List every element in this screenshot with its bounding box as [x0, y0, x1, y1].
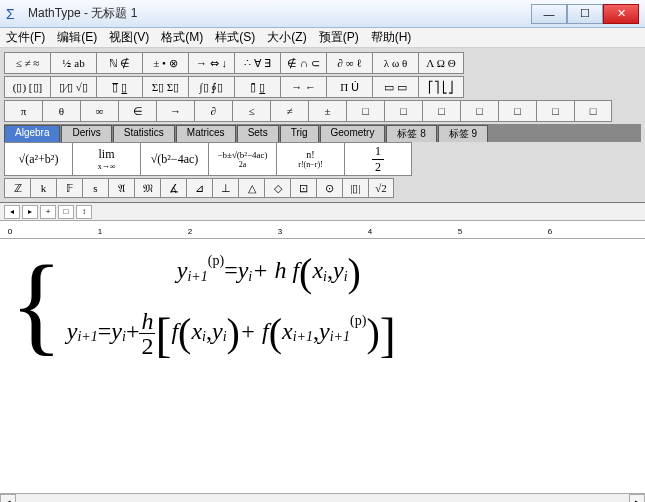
pal-settheory[interactable]: ∉ ∩ ⊂ — [280, 52, 326, 74]
sym-theta[interactable]: θ — [42, 100, 80, 122]
sm-diamond[interactable]: ◇ — [264, 178, 290, 198]
sm-perp[interactable]: ⊥ — [212, 178, 238, 198]
size-updown[interactable]: ↕ — [76, 205, 92, 219]
tab-8[interactable]: 标签 8 — [386, 125, 436, 142]
ruler[interactable]: 0 1 2 3 4 5 6 — [0, 221, 645, 239]
tpl-discriminant[interactable]: √(b²−4ac) — [140, 142, 208, 176]
tab-bar: Algebra Derivs Statistics Matrices Sets … — [4, 124, 641, 142]
minimize-button[interactable]: — — [531, 4, 567, 24]
equation-line-2: yi+1 = yi + h2 [ f ( xi , yi ) + f ( xi+… — [67, 307, 396, 356]
sym-slot-2[interactable]: □ — [384, 100, 422, 122]
close-button[interactable]: ✕ — [603, 4, 639, 24]
pal-operators[interactable]: ± • ⊗ — [142, 52, 188, 74]
sym-infty[interactable]: ∞ — [80, 100, 118, 122]
pal-logical[interactable]: ∴ ∀ ∃ — [234, 52, 280, 74]
tab-matrices[interactable]: Matrices — [176, 125, 236, 142]
tpl-combination[interactable]: n!r!(n−r)! — [276, 142, 344, 176]
sm-rtri[interactable]: ⊿ — [186, 178, 212, 198]
tab-sets[interactable]: Sets — [237, 125, 279, 142]
tpl-quadratic[interactable]: −b±√(b²−4ac)2a — [208, 142, 276, 176]
pal-boxes[interactable]: ⎡⎤ ⎣⎦ — [418, 76, 464, 98]
menu-style[interactable]: 样式(S) — [215, 29, 255, 46]
sym-in[interactable]: ∈ — [118, 100, 156, 122]
tab-statistics[interactable]: Statistics — [113, 125, 175, 142]
pal-fractions[interactable]: ▯⁄▯ √▯ — [50, 76, 96, 98]
maximize-button[interactable]: ☐ — [567, 4, 603, 24]
sym-slot-3[interactable]: □ — [422, 100, 460, 122]
tab-algebra[interactable]: Algebra — [4, 125, 60, 142]
pal-arrows[interactable]: → ⇔ ↓ — [188, 52, 234, 74]
tpl-sqrt-sum[interactable]: √(a²+b²) — [4, 142, 72, 176]
pal-greek-upper[interactable]: Λ Ω Θ — [418, 52, 464, 74]
tpl-limit[interactable]: limx→∞ — [72, 142, 140, 176]
pal-spaces[interactable]: ¹⁄₂ ab — [50, 52, 96, 74]
pal-labeled-arrows[interactable]: → ← — [280, 76, 326, 98]
sym-slot-5[interactable]: □ — [498, 100, 536, 122]
sym-neq[interactable]: ≠ — [270, 100, 308, 122]
sm-tri[interactable]: △ — [238, 178, 264, 198]
menu-preferences[interactable]: 预置(P) — [319, 29, 359, 46]
sym-leq[interactable]: ≤ — [232, 100, 270, 122]
menu-format[interactable]: 格式(M) — [161, 29, 203, 46]
sm-k[interactable]: k — [30, 178, 56, 198]
size-plus[interactable]: + — [40, 205, 56, 219]
size-prev[interactable]: ◂ — [4, 205, 20, 219]
menu-edit[interactable]: 编辑(E) — [57, 29, 97, 46]
size-next[interactable]: ▸ — [22, 205, 38, 219]
tpl-half[interactable]: 12 — [344, 142, 412, 176]
sym-slot-6[interactable]: □ — [536, 100, 574, 122]
pal-matrices[interactable]: ▭ ▭ — [372, 76, 418, 98]
sm-z[interactable]: ℤ — [4, 178, 30, 198]
window-title: MathType - 无标题 1 — [28, 5, 531, 22]
sm-abs[interactable]: |▯| — [342, 178, 368, 198]
scroll-left-icon[interactable]: ◂ — [0, 494, 16, 502]
sm-a[interactable]: 𝔄 — [108, 178, 134, 198]
pal-scripts[interactable]: ▯̅ ▯̲ — [96, 76, 142, 98]
size-box[interactable]: □ — [58, 205, 74, 219]
sm-circdot[interactable]: ⊙ — [316, 178, 342, 198]
scroll-track[interactable] — [16, 494, 629, 502]
sm-angle[interactable]: ∡ — [160, 178, 186, 198]
menu-help[interactable]: 帮助(H) — [371, 29, 412, 46]
sym-pi[interactable]: π — [4, 100, 42, 122]
sym-pm[interactable]: ± — [308, 100, 346, 122]
tab-derivs[interactable]: Derivs — [61, 125, 111, 142]
tab-geometry[interactable]: Geometry — [320, 125, 386, 142]
menu-file[interactable]: 文件(F) — [6, 29, 45, 46]
menu-size[interactable]: 大小(Z) — [267, 29, 306, 46]
sym-slot-4[interactable]: □ — [460, 100, 498, 122]
pal-fences[interactable]: (▯) [▯] — [4, 76, 50, 98]
pal-relational[interactable]: ≤ ≠ ≈ — [4, 52, 50, 74]
pal-embellish[interactable]: ℕ ∉ — [96, 52, 142, 74]
sm-m[interactable]: 𝔐 — [134, 178, 160, 198]
palette-row-1: ≤ ≠ ≈ ¹⁄₂ ab ℕ ∉ ± • ⊗ → ⇔ ↓ ∴ ∀ ∃ ∉ ∩ ⊂… — [4, 52, 641, 74]
sm-sqrt2[interactable]: √2 — [368, 178, 394, 198]
pal-misc[interactable]: ∂ ∞ ℓ — [326, 52, 372, 74]
equation-editor[interactable]: { yi+1(p) = yi + h f ( xi , yi ) yi+1 = … — [0, 239, 645, 493]
title-bar: Σ MathType - 无标题 1 — ☐ ✕ — [0, 0, 645, 28]
sm-s[interactable]: s — [82, 178, 108, 198]
menu-bar: 文件(F) 编辑(E) 视图(V) 格式(M) 样式(S) 大小(Z) 预置(P… — [0, 28, 645, 48]
tab-9[interactable]: 标签 9 — [438, 125, 488, 142]
sym-slot-1[interactable]: □ — [346, 100, 384, 122]
menu-view[interactable]: 视图(V) — [109, 29, 149, 46]
sym-slot-7[interactable]: □ — [574, 100, 612, 122]
pal-products[interactable]: Π U̇ — [326, 76, 372, 98]
pal-integrals[interactable]: ∫▯ ∮▯ — [188, 76, 234, 98]
sym-partial[interactable]: ∂ — [194, 100, 232, 122]
pal-sums[interactable]: Σ▯ Σ▯ — [142, 76, 188, 98]
pal-bars[interactable]: ▯̄ ▯̲ — [234, 76, 280, 98]
tab-trig[interactable]: Trig — [280, 125, 319, 142]
horizontal-scrollbar[interactable]: ◂ ▸ — [0, 493, 645, 502]
svg-text:Σ: Σ — [6, 6, 15, 22]
app-icon: Σ — [6, 6, 22, 22]
sm-f[interactable]: 𝔽 — [56, 178, 82, 198]
size-bar: ◂ ▸ + □ ↕ — [0, 203, 645, 221]
scroll-right-icon[interactable]: ▸ — [629, 494, 645, 502]
big-template-row: √(a²+b²) limx→∞ √(b²−4ac) −b±√(b²−4ac)2a… — [4, 142, 641, 176]
palette-row-2: (▯) [▯] ▯⁄▯ √▯ ▯̅ ▯̲ Σ▯ Σ▯ ∫▯ ∮▯ ▯̄ ▯̲ →… — [4, 76, 641, 98]
pal-greek-lower[interactable]: λ ω θ — [372, 52, 418, 74]
sym-arrow[interactable]: → — [156, 100, 194, 122]
small-template-row: ℤ k 𝔽 s 𝔄 𝔐 ∡ ⊿ ⊥ △ ◇ ⊡ ⊙ |▯| √2 — [4, 178, 641, 198]
sm-sqdot[interactable]: ⊡ — [290, 178, 316, 198]
